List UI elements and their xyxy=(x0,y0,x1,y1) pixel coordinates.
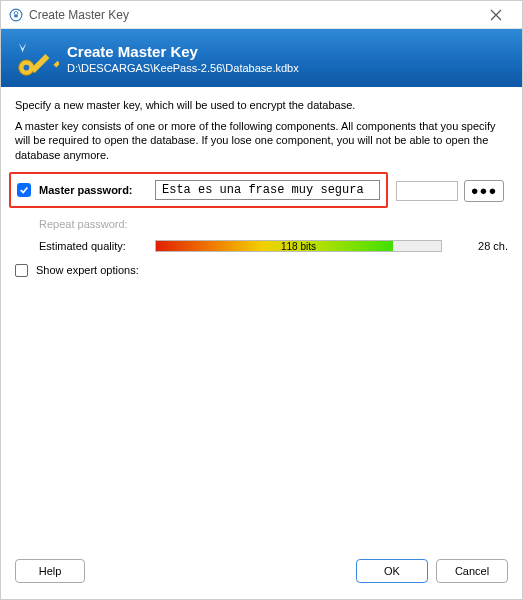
banner: Create Master Key D:\DESCARGAS\KeePass-2… xyxy=(1,29,522,87)
expert-options-label: Show expert options: xyxy=(36,264,139,276)
description-text: A master key consists of one or more of … xyxy=(15,119,508,162)
banner-title: Create Master Key xyxy=(67,43,299,60)
toggle-password-visibility-button[interactable]: ●●● xyxy=(464,180,504,202)
quality-meter: 118 bits xyxy=(155,240,442,252)
master-password-input[interactable] xyxy=(155,180,380,200)
password-extra-field[interactable] xyxy=(396,181,458,201)
dialog-window: Create Master Key Create Master Key D:\D… xyxy=(0,0,523,600)
lock-icon xyxy=(9,8,23,22)
help-button[interactable]: Help xyxy=(15,559,85,583)
repeat-password-label: Repeat password: xyxy=(39,218,147,230)
key-icon xyxy=(13,35,59,81)
svg-rect-5 xyxy=(54,61,59,68)
footer: Help OK Cancel xyxy=(1,553,522,599)
svg-rect-1 xyxy=(14,14,18,17)
expert-options-row: Show expert options: xyxy=(15,264,508,277)
character-count: 28 ch. xyxy=(458,240,508,252)
master-password-row: Master password: ●●● xyxy=(9,172,388,208)
estimated-quality-label: Estimated quality: xyxy=(39,240,147,252)
window-title: Create Master Key xyxy=(29,8,129,22)
master-password-label: Master password: xyxy=(39,184,147,196)
titlebar: Create Master Key xyxy=(1,1,522,29)
quality-row: Estimated quality: 118 bits 28 ch. xyxy=(15,240,508,252)
repeat-password-row: Repeat password: xyxy=(15,218,508,230)
cancel-button[interactable]: Cancel xyxy=(436,559,508,583)
close-button[interactable] xyxy=(476,5,516,25)
quality-bits-text: 118 bits xyxy=(156,241,441,253)
expert-options-checkbox[interactable] xyxy=(15,264,28,277)
banner-text: Create Master Key D:\DESCARGAS\KeePass-2… xyxy=(67,43,299,74)
intro-text: Specify a new master key, which will be … xyxy=(15,99,508,111)
banner-subtitle: D:\DESCARGAS\KeePass-2.56\Database.kdbx xyxy=(67,62,299,74)
master-password-checkbox[interactable] xyxy=(17,183,31,197)
ok-button[interactable]: OK xyxy=(356,559,428,583)
svg-point-3 xyxy=(24,65,30,71)
content-area: Specify a new master key, which will be … xyxy=(1,87,522,553)
